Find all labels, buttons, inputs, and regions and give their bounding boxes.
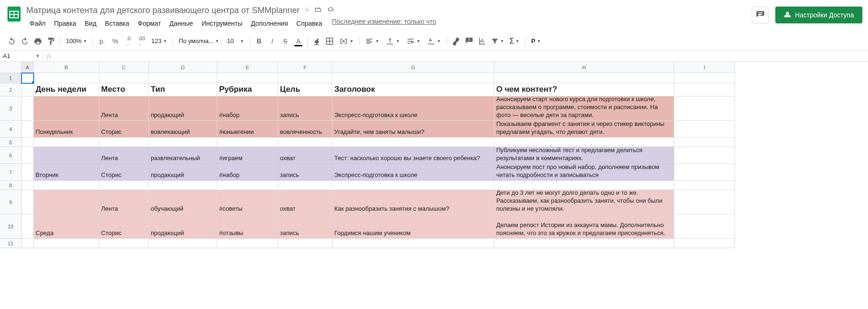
cell[interactable]: [278, 181, 332, 190]
cell[interactable]: Гордимся нашим учеником: [332, 214, 494, 239]
last-edit-link[interactable]: Последнее изменение: только что: [332, 18, 436, 29]
cyrillic-r-button[interactable]: Р▼: [529, 35, 544, 47]
cell[interactable]: [22, 164, 34, 181]
cell[interactable]: #набор: [217, 164, 278, 181]
more-formats-button[interactable]: 123▼: [148, 35, 170, 47]
cell[interactable]: Анонсируем старт нового курса для подгот…: [494, 96, 674, 121]
cell[interactable]: Анонсируем пост про новый набор, дополня…: [494, 164, 674, 181]
cell[interactable]: [99, 73, 149, 83]
cell[interactable]: [34, 190, 99, 214]
cell[interactable]: Сторис: [99, 164, 149, 181]
cell[interactable]: запись: [278, 164, 332, 181]
cell[interactable]: [34, 181, 99, 190]
cell[interactable]: #отзывы: [217, 214, 278, 239]
cell[interactable]: [22, 138, 34, 147]
formula-input[interactable]: [55, 51, 868, 61]
cell[interactable]: [674, 96, 735, 121]
cell[interactable]: [22, 190, 34, 214]
name-box[interactable]: A1▼: [0, 52, 43, 59]
cell[interactable]: [149, 73, 217, 83]
cell[interactable]: Показываем фрагмент с занятия и через ст…: [494, 121, 674, 138]
cell[interactable]: [332, 181, 494, 190]
cell[interactable]: развлекательный: [149, 147, 217, 164]
cell[interactable]: [674, 121, 735, 138]
cell[interactable]: Место: [99, 83, 149, 96]
row-header[interactable]: 1: [0, 73, 22, 83]
borders-button[interactable]: [324, 35, 336, 47]
document-title[interactable]: Матрица контента для детского развивающе…: [26, 6, 300, 15]
row-header[interactable]: 7: [0, 164, 22, 181]
cell[interactable]: [674, 138, 735, 147]
cell[interactable]: Рубрика: [217, 83, 278, 96]
undo-button[interactable]: [6, 35, 18, 47]
cell[interactable]: О чем контент?: [494, 83, 674, 96]
cell[interactable]: #набор: [217, 96, 278, 121]
row-header[interactable]: 3: [0, 96, 22, 121]
cell[interactable]: [34, 138, 99, 147]
row-header[interactable]: 6: [0, 147, 22, 164]
cell[interactable]: Как разнообразить занятия с малышом?: [332, 190, 494, 214]
cell[interactable]: Сторис: [99, 121, 149, 138]
menu-addons[interactable]: Дополнения: [248, 18, 291, 29]
cell[interactable]: Лента: [99, 96, 149, 121]
cell[interactable]: [149, 181, 217, 190]
cell[interactable]: [278, 138, 332, 147]
cell[interactable]: [22, 214, 34, 239]
cell[interactable]: [332, 73, 494, 83]
cell[interactable]: [674, 83, 735, 96]
cell[interactable]: [674, 181, 735, 190]
cell[interactable]: [674, 164, 735, 181]
cell[interactable]: [34, 96, 99, 121]
insert-link-button[interactable]: [450, 35, 462, 47]
v-align-button[interactable]: ▼: [383, 35, 403, 47]
cell[interactable]: День недели: [34, 83, 99, 96]
col-header-H[interactable]: H: [494, 62, 674, 73]
menu-view[interactable]: Вид: [81, 18, 100, 29]
cell[interactable]: запись: [278, 214, 332, 239]
merge-cells-button[interactable]: ▼: [337, 35, 356, 47]
italic-button[interactable]: I: [266, 35, 278, 47]
cell[interactable]: [217, 181, 278, 190]
menu-tools[interactable]: Инструменты: [198, 18, 245, 29]
cell[interactable]: [332, 138, 494, 147]
cell[interactable]: охват: [278, 147, 332, 164]
cell[interactable]: [99, 138, 149, 147]
cell[interactable]: Лента: [99, 147, 149, 164]
insert-comment-button[interactable]: [463, 35, 475, 47]
cell[interactable]: [99, 239, 149, 248]
cell[interactable]: #советы: [217, 190, 278, 214]
cell[interactable]: Среда: [34, 214, 99, 239]
cell[interactable]: Понедельник: [34, 121, 99, 138]
col-header-F[interactable]: F: [278, 62, 332, 73]
font-size-select[interactable]: 10 ▼: [224, 35, 247, 47]
cell[interactable]: Экспресс-подготовка к школе: [332, 96, 494, 121]
cell[interactable]: [22, 96, 34, 121]
cell[interactable]: [332, 239, 494, 248]
h-align-button[interactable]: ▼: [362, 35, 382, 47]
text-wrap-button[interactable]: ▼: [404, 35, 423, 47]
row-header[interactable]: 8: [0, 181, 22, 190]
row-header[interactable]: 9: [0, 190, 22, 214]
cell[interactable]: запись: [278, 96, 332, 121]
cell[interactable]: Тип: [149, 83, 217, 96]
cell[interactable]: [22, 83, 34, 96]
cell[interactable]: продающий: [149, 96, 217, 121]
text-rotate-button[interactable]: ▼: [424, 35, 444, 47]
cell[interactable]: Угадайте, чем заняты малыши?: [332, 121, 494, 138]
cell[interactable]: Лента: [99, 190, 149, 214]
cell[interactable]: обучающий: [149, 190, 217, 214]
font-select[interactable]: По умолча...▼: [176, 35, 218, 47]
cell[interactable]: [149, 138, 217, 147]
cell[interactable]: продающий: [149, 164, 217, 181]
col-header-D[interactable]: D: [149, 62, 217, 73]
cell[interactable]: [149, 239, 217, 248]
menu-file[interactable]: Файл: [26, 18, 49, 29]
paint-format-button[interactable]: [45, 35, 57, 47]
cell[interactable]: вовлеченность: [278, 121, 332, 138]
col-header-A[interactable]: A: [22, 62, 34, 73]
cell[interactable]: [217, 73, 278, 83]
print-button[interactable]: [32, 35, 44, 47]
col-header-B[interactable]: B: [34, 62, 99, 73]
cell[interactable]: [34, 147, 99, 164]
cell[interactable]: Заголовок: [332, 83, 494, 96]
